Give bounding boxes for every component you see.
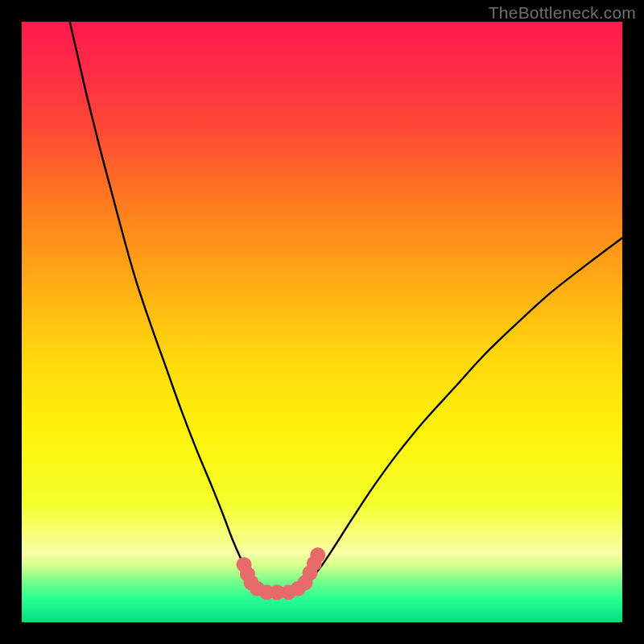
chart-svg xyxy=(22,22,622,622)
watermark-text: TheBottleneck.com xyxy=(489,3,636,23)
marker-dot xyxy=(310,547,325,563)
gradient-background xyxy=(22,22,622,622)
chart-frame: TheBottleneck.com xyxy=(0,0,644,644)
plot-area xyxy=(22,22,622,622)
